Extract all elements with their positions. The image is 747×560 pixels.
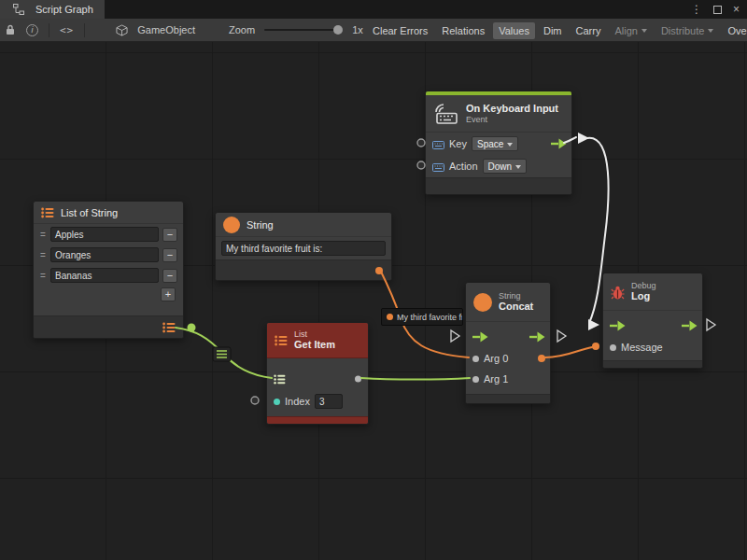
action-dropdown[interactable]: Down: [483, 159, 528, 174]
string-type-icon: [473, 293, 492, 312]
action-port-row: Action Down: [426, 155, 571, 177]
list-icon: [217, 351, 227, 357]
string-type-icon: [223, 217, 240, 233]
wire-value-dot: [188, 324, 196, 332]
string-value-row: My third favorite fruit is:: [216, 237, 391, 259]
list-item-input[interactable]: Apples: [50, 227, 159, 242]
code-icon[interactable]: <>: [60, 24, 74, 36]
wire-value-dot: [592, 343, 599, 350]
panel-menu-icon[interactable]: ⋮: [691, 3, 702, 16]
lock-icon[interactable]: [6, 24, 15, 35]
key-dropdown[interactable]: Space: [472, 136, 518, 151]
dropdown-caret-icon: [641, 29, 647, 35]
wire-concat-to-log: [545, 347, 592, 357]
node-footer: [34, 315, 183, 338]
bug-icon: [611, 285, 625, 300]
node-header: List of String: [34, 202, 183, 224]
window-controls: ⋮ ×: [691, 0, 740, 19]
tab-script-graph[interactable]: Script Graph: [0, 0, 105, 19]
script-graph-window: Script Graph ⋮ × i <> GameObject Zoom 1x…: [0, 0, 747, 560]
flow-output-port[interactable]: [551, 138, 567, 149]
node-header: String: [216, 213, 391, 237]
gameobject-icon: [116, 24, 128, 36]
dim-button[interactable]: Dim: [538, 22, 568, 39]
toolbar-separator: [84, 23, 85, 37]
drag-handle-icon[interactable]: =: [39, 271, 47, 281]
tab-title: Script Graph: [35, 4, 93, 15]
zoom-slider-knob[interactable]: [333, 25, 343, 35]
zoom-value: 1x: [352, 24, 363, 35]
close-icon[interactable]: ×: [733, 3, 740, 16]
zoom-slider[interactable]: [264, 29, 343, 31]
flow-hint-triangle: [707, 319, 715, 330]
flow-output-port[interactable]: [682, 320, 698, 331]
node-category: List: [294, 329, 335, 340]
info-icon[interactable]: i: [26, 24, 38, 36]
message-label: Message: [621, 342, 663, 353]
flow-output-port[interactable]: [529, 331, 545, 343]
arg1-input-port[interactable]: [472, 376, 479, 383]
index-input[interactable]: 3: [315, 394, 343, 409]
node-footer: [603, 360, 702, 368]
drag-handle-icon[interactable]: =: [39, 250, 47, 260]
string-output-port[interactable]: [375, 267, 383, 274]
relations-button[interactable]: Relations: [436, 22, 490, 39]
add-item-button[interactable]: +: [161, 287, 176, 301]
concat-result-port[interactable]: [538, 355, 545, 362]
flow-input-port[interactable]: [472, 331, 488, 343]
clear-errors-button[interactable]: Clear Errors: [367, 22, 433, 39]
wire-getitem-to-concat: [361, 378, 470, 380]
item-output-port[interactable]: [355, 376, 361, 383]
node-footer: [216, 259, 391, 280]
list-input-port[interactable]: [274, 374, 286, 385]
string-value-dot: [387, 314, 393, 320]
message-input-port[interactable]: [610, 344, 616, 351]
distribute-button[interactable]: Distribute: [655, 22, 719, 39]
arg0-input-port[interactable]: [472, 356, 479, 362]
remove-item-button[interactable]: −: [162, 228, 177, 242]
remove-item-button[interactable]: −: [162, 269, 177, 283]
remove-item-button[interactable]: −: [162, 248, 177, 262]
flow-port-row: [466, 326, 550, 348]
gameobject-label[interactable]: GameObject: [137, 24, 195, 35]
node-string-literal[interactable]: String My third favorite fruit is:: [215, 212, 392, 281]
node-concat[interactable]: String Concat Arg 0 Arg 1: [465, 282, 551, 404]
node-subtitle: Event: [466, 115, 558, 125]
flow-input-port[interactable]: [610, 320, 626, 331]
maximize-icon[interactable]: [713, 6, 722, 14]
index-input-port[interactable]: [274, 399, 280, 405]
node-list-of-string[interactable]: List of String = Apples − = Oranges − = …: [33, 201, 184, 339]
node-log[interactable]: Debug Log Message: [602, 273, 703, 369]
node-on-keyboard-input[interactable]: On Keyboard Input Event Key Space: [425, 91, 572, 195]
arg1-label: Arg 1: [484, 373, 508, 385]
graph-canvas[interactable]: On Keyboard Input Event Key Space: [0, 42, 747, 560]
node-title: Log: [631, 290, 656, 302]
wire-arrowhead: [578, 133, 589, 144]
values-button[interactable]: Values: [493, 22, 535, 39]
overview-button[interactable]: Overv: [722, 22, 747, 39]
key-icon: [432, 139, 444, 149]
zoom-label: Zoom: [229, 24, 255, 35]
dropdown-caret-icon: [708, 29, 713, 35]
dropdown-caret-icon: [515, 165, 521, 172]
action-dropdown-value: Down: [488, 161, 513, 172]
list-item-input[interactable]: Bananas: [50, 268, 159, 283]
string-value-input[interactable]: My third favorite fruit is:: [221, 241, 386, 256]
script-graph-icon: [13, 4, 24, 15]
empty-port-circle: [251, 397, 259, 404]
list-item-input[interactable]: Oranges: [50, 247, 159, 262]
node-header: String Concat: [466, 283, 550, 322]
node-header: On Keyboard Input Event: [426, 95, 571, 133]
empty-port-circle: [417, 139, 425, 147]
wire-list-badge: [213, 347, 231, 361]
node-get-item[interactable]: List Get Item Index 3: [266, 322, 369, 425]
list-output-port[interactable]: [162, 322, 176, 333]
carry-button[interactable]: Carry: [571, 22, 607, 39]
align-button[interactable]: Align: [609, 22, 652, 39]
list-item-row: = Oranges −: [34, 245, 183, 265]
flow-port-row: [603, 315, 702, 337]
wire-arrowhead: [588, 319, 599, 330]
drag-handle-icon[interactable]: =: [39, 230, 47, 240]
action-label: Action: [449, 161, 478, 172]
node-header: List Get Item: [267, 323, 368, 358]
